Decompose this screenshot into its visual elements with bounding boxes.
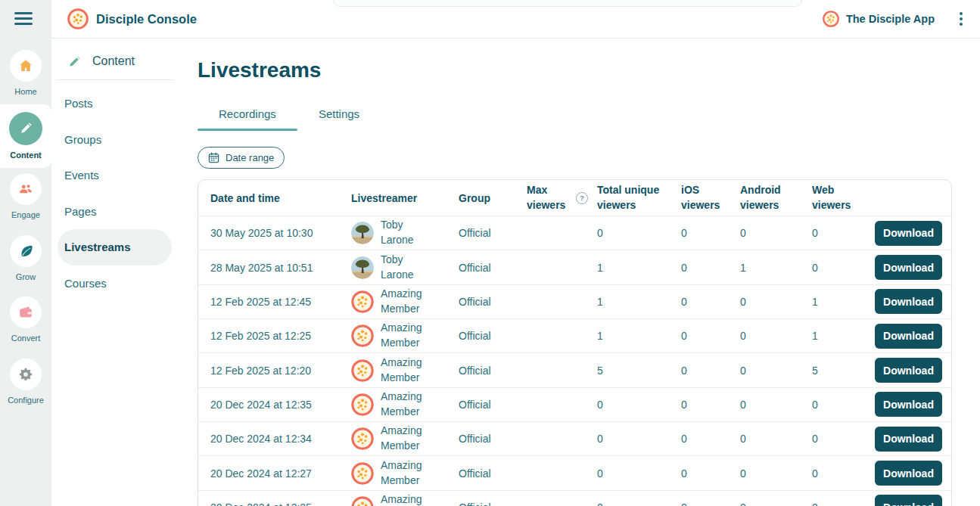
download-button[interactable]: Download (875, 392, 942, 417)
calendar-icon (208, 152, 219, 163)
cell-group: Official (459, 330, 527, 342)
rail-item-grow[interactable]: Grow (0, 235, 51, 281)
download-button[interactable]: Download (875, 324, 942, 349)
table-header-row: Date and time Livestreamer Group Max vie… (198, 180, 951, 216)
cell-datetime: 28 May 2025 at 10:51 (210, 262, 351, 274)
livestreamer-name: Amazing Member (381, 355, 432, 386)
download-button[interactable]: Download (875, 221, 942, 246)
cell-actions: Download (875, 495, 942, 506)
cell-total-unique-viewers: 1 (597, 330, 681, 342)
cell-total-unique-viewers: 0 (597, 433, 681, 445)
cell-android-viewers: 1 (740, 262, 812, 274)
rail-item-convert[interactable]: Convert (0, 296, 51, 343)
table-row: 20 Dec 2024 at 12:35 Amazing Member Offi… (198, 387, 951, 421)
cell-web-viewers: 0 (812, 227, 875, 239)
cell-total-unique-viewers: 1 (597, 296, 681, 308)
cell-actions: Download (875, 392, 942, 417)
livestreamer-name: Amazing Member (381, 321, 432, 351)
date-range-label: Date range (226, 152, 274, 163)
table-row: 20 Dec 2024 at 12:25 Amazing Member Offi… (198, 490, 951, 506)
rail-item-home[interactable]: Home (0, 50, 51, 96)
download-button[interactable]: Download (875, 495, 942, 506)
cell-android-viewers: 0 (740, 399, 812, 411)
cell-datetime: 20 Dec 2024 at 12:34 (210, 433, 351, 445)
cell-livestreamer: Amazing Member (351, 321, 459, 351)
cell-ios-viewers: 0 (681, 365, 740, 377)
pizza-logo (351, 290, 374, 313)
col-android-viewers: Android viewers (740, 183, 812, 213)
cell-datetime: 20 Dec 2024 at 12:25 (210, 501, 351, 506)
date-range-button[interactable]: Date range (198, 147, 285, 169)
hamburger-icon[interactable] (14, 12, 33, 26)
col-max-viewers: Max viewers ? (527, 183, 597, 213)
tabs: Recordings Settings (198, 101, 952, 131)
livestreamer-name: Toby Larone (381, 218, 432, 248)
col-total-unique-viewers: Total unique viewers (597, 183, 681, 213)
cell-ios-viewers: 0 (681, 330, 740, 342)
app-switcher: The Disciple App (823, 0, 969, 38)
cell-ios-viewers: 0 (681, 399, 740, 411)
pizza-logo (351, 427, 374, 450)
sidebar-item-posts[interactable]: Posts (58, 85, 172, 122)
livestreamer-name: Amazing Member (381, 390, 432, 420)
cell-ios-viewers: 0 (681, 467, 740, 480)
cell-web-viewers: 1 (812, 296, 875, 308)
sidebar-item-pages[interactable]: Pages (58, 194, 172, 230)
cell-actions: Download (875, 461, 942, 486)
cell-livestreamer: Amazing Member (351, 390, 459, 420)
cell-group: Official (459, 433, 527, 445)
sidebar-section-header: Content (51, 38, 179, 69)
pizza-logo (351, 324, 374, 347)
top-bar: Disciple Console The Disciple App (51, 0, 980, 39)
people-icon (10, 173, 42, 205)
download-button[interactable]: Download (875, 427, 942, 452)
rail-item-engage[interactable]: Engage (0, 173, 51, 219)
livestreamer-name: Amazing Member (381, 287, 432, 317)
download-button[interactable]: Download (875, 358, 942, 383)
pizza-logo (67, 8, 89, 29)
pizza-logo (351, 462, 374, 485)
cell-ios-viewers: 0 (681, 501, 740, 506)
table-row: 20 Dec 2024 at 12:34 Amazing Member Offi… (198, 421, 951, 455)
cell-actions: Download (875, 324, 942, 349)
gear-icon (10, 359, 42, 390)
sidebar-item-groups[interactable]: Groups (58, 122, 172, 158)
cell-livestreamer: Amazing Member (351, 287, 459, 317)
sidebar-item-livestreams[interactable]: Livestreams (58, 229, 172, 265)
content-sidebar: Content Posts Groups Events Pages Livest… (51, 38, 179, 506)
sidebar-item-events[interactable]: Events (58, 157, 172, 194)
main-content: Livestreams Recordings Settings Date ran… (198, 38, 952, 506)
cell-total-unique-viewers: 0 (597, 501, 681, 506)
cell-total-unique-viewers: 1 (597, 262, 681, 274)
tree-photo (351, 256, 374, 279)
cell-actions: Download (875, 221, 942, 246)
table-row: 12 Feb 2025 at 12:45 Amazing Member Offi… (198, 284, 951, 318)
rail-label: Convert (0, 334, 51, 343)
rail-item-content[interactable]: Content (0, 104, 51, 168)
cell-datetime: 12 Feb 2025 at 12:20 (210, 365, 351, 377)
cell-android-viewers: 0 (740, 467, 812, 480)
help-icon[interactable]: ? (576, 192, 588, 204)
cell-actions: Download (875, 358, 942, 383)
livestreamer-name: Amazing Member (381, 458, 432, 489)
cell-group: Official (459, 365, 527, 377)
tab-settings[interactable]: Settings (297, 101, 381, 131)
cell-web-viewers: 5 (812, 365, 875, 377)
table-row: 30 May 2025 at 10:30 Toby Larone Officia… (198, 216, 951, 250)
cell-web-viewers: 0 (812, 262, 875, 274)
cell-total-unique-viewers: 5 (597, 365, 681, 377)
col-group: Group (459, 192, 527, 204)
livestreamer-name: Amazing Member (381, 492, 432, 506)
tab-recordings[interactable]: Recordings (198, 101, 297, 131)
sidebar-item-courses[interactable]: Courses (58, 265, 172, 302)
download-button[interactable]: Download (875, 461, 942, 486)
download-button[interactable]: Download (875, 289, 942, 314)
download-button[interactable]: Download (875, 255, 942, 280)
rail-item-configure[interactable]: Configure (0, 359, 51, 405)
pencil-icon (67, 54, 82, 69)
cell-actions: Download (875, 255, 942, 280)
home-icon (10, 50, 42, 82)
app-name[interactable]: The Disciple App (846, 13, 935, 25)
kebab-menu-icon[interactable] (953, 11, 969, 27)
col-ios-viewers: iOS viewers (681, 183, 740, 213)
